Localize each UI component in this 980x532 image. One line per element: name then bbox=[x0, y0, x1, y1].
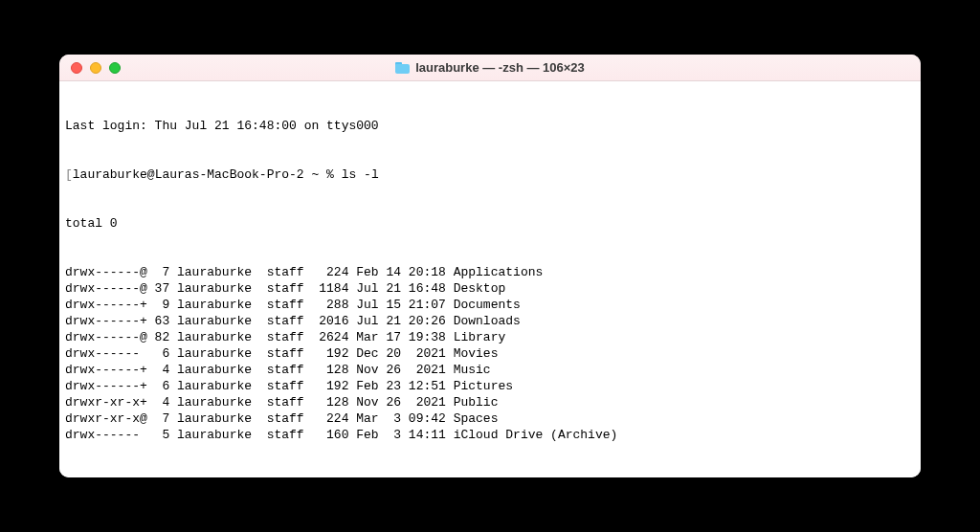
list-item: drwx------@ 7 lauraburke staff 224 Feb 1… bbox=[65, 264, 915, 280]
prompt-prefix: lauraburke@Lauras-MacBook-Pro-2 ~ % bbox=[73, 477, 342, 477]
list-item: drwx------+ 9 lauraburke staff 288 Jul 1… bbox=[65, 297, 915, 313]
window-title-text: lauraburke — -zsh — 106×23 bbox=[415, 60, 585, 75]
list-item: drwx------@ 82 lauraburke staff 2624 Mar… bbox=[65, 329, 915, 345]
terminal-body[interactable]: Last login: Thu Jul 21 16:48:00 on ttys0… bbox=[59, 81, 921, 477]
list-item: drwx------+ 6 lauraburke staff 192 Feb 2… bbox=[65, 378, 915, 394]
command-2: /Users/lauraburke/Downloads/hansandjenn-… bbox=[342, 477, 782, 477]
traffic-lights bbox=[71, 62, 121, 74]
total-line: total 0 bbox=[65, 215, 915, 232]
list-item: drwx------ 6 lauraburke staff 192 Dec 20… bbox=[65, 345, 915, 362]
last-login: Last login: Thu Jul 21 16:48:00 on ttys0… bbox=[65, 118, 915, 134]
prompt-line-1: [lauraburke@Lauras-MacBook-Pro-2 ~ % ls … bbox=[65, 166, 915, 183]
prompt-prefix: lauraburke@Lauras-MacBook-Pro-2 ~ % bbox=[73, 167, 342, 182]
titlebar[interactable]: lauraburke — -zsh — 106×23 bbox=[59, 55, 921, 81]
list-item: drwx------+ 63 lauraburke staff 2016 Jul… bbox=[65, 313, 915, 329]
list-item: drwxr-xr-x@ 7 lauraburke staff 224 Mar 3… bbox=[65, 410, 915, 427]
list-item: drwx------+ 4 lauraburke staff 128 Nov 2… bbox=[65, 362, 915, 378]
window-title: lauraburke — -zsh — 106×23 bbox=[59, 60, 921, 75]
terminal-window: lauraburke — -zsh — 106×23 Last login: T… bbox=[59, 55, 921, 477]
prompt-line-2: [lauraburke@Lauras-MacBook-Pro-2 ~ % /Us… bbox=[65, 476, 915, 477]
close-icon[interactable] bbox=[71, 62, 82, 74]
folder-icon bbox=[395, 62, 410, 74]
minimize-icon[interactable] bbox=[90, 62, 101, 74]
ls-listing: drwx------@ 7 lauraburke staff 224 Feb 1… bbox=[65, 264, 915, 443]
list-item: drwx------@ 37 lauraburke staff 1184 Jul… bbox=[65, 280, 915, 297]
list-item: drwx------ 5 lauraburke staff 160 Feb 3 … bbox=[65, 427, 915, 443]
zoom-icon[interactable] bbox=[109, 62, 121, 74]
list-item: drwxr-xr-x+ 4 lauraburke staff 128 Nov 2… bbox=[65, 394, 915, 410]
command-1: ls -l bbox=[342, 167, 379, 182]
